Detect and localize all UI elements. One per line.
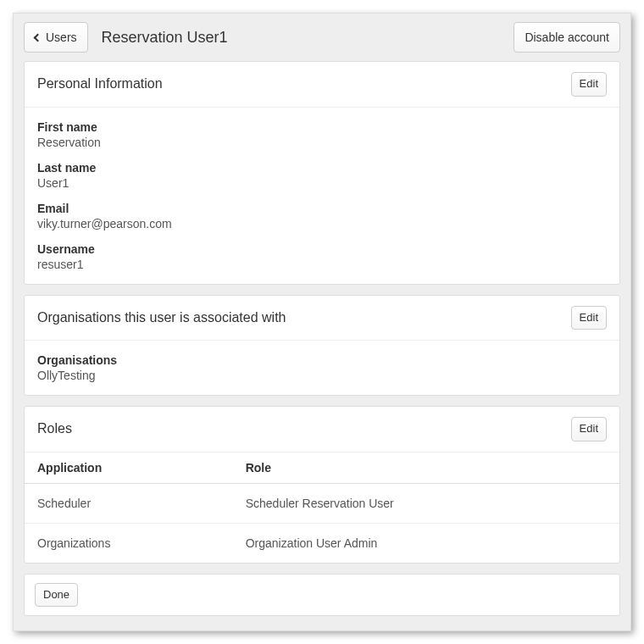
personal-info-title: Personal Information xyxy=(37,76,163,92)
done-button-label: Done xyxy=(43,587,69,603)
organisations-panel: Organisations this user is associated wi… xyxy=(24,295,620,397)
roles-body: Application Role Scheduler Scheduler Res… xyxy=(25,452,619,563)
personal-info-panel: Personal Information Edit First name Res… xyxy=(24,61,620,285)
roles-table: Application Role Scheduler Scheduler Res… xyxy=(25,452,619,563)
back-button[interactable]: Users xyxy=(24,22,88,53)
edit-personal-button[interactable]: Edit xyxy=(571,72,607,97)
last-name-label: Last name xyxy=(37,161,607,175)
email-field: Email viky.turner@pearson.com xyxy=(37,202,607,230)
edit-organisations-button[interactable]: Edit xyxy=(571,306,607,330)
disable-account-label: Disable account xyxy=(525,29,609,46)
roles-header: Roles Edit xyxy=(25,407,619,452)
personal-info-body: First name Reservation Last name User1 E… xyxy=(25,108,619,284)
table-row: Scheduler Scheduler Reservation User xyxy=(25,483,619,523)
role-name: Organization User Admin xyxy=(233,523,619,563)
header-bar: Users Reservation User1 Disable account xyxy=(14,14,630,61)
user-detail-page: Users Reservation User1 Disable account … xyxy=(13,13,631,631)
personal-info-header: Personal Information Edit xyxy=(25,62,619,108)
roles-col-application: Application xyxy=(25,452,233,484)
email-label: Email xyxy=(37,202,607,215)
first-name-value: Reservation xyxy=(37,136,607,149)
username-label: Username xyxy=(37,242,607,256)
page-title: Reservation User1 xyxy=(102,29,228,47)
disable-account-button[interactable]: Disable account xyxy=(514,22,620,53)
organisations-label: Organisations xyxy=(37,353,607,367)
roles-panel: Roles Edit Application Role Scheduler Sc… xyxy=(24,406,620,564)
roles-title: Roles xyxy=(37,421,72,436)
username-field: Username resuser1 xyxy=(37,242,607,271)
organisations-field: Organisations OllyTesting xyxy=(37,353,607,382)
edit-personal-label: Edit xyxy=(580,76,598,92)
role-name: Scheduler Reservation User xyxy=(233,483,619,523)
role-application: Organizations xyxy=(25,523,233,563)
first-name-label: First name xyxy=(37,120,607,134)
last-name-field: Last name User1 xyxy=(37,161,607,190)
edit-organisations-label: Edit xyxy=(580,310,598,326)
table-row: Organizations Organization User Admin xyxy=(25,523,619,563)
roles-col-role: Role xyxy=(233,452,619,484)
email-value: viky.turner@pearson.com xyxy=(37,217,607,230)
header-left: Users Reservation User1 xyxy=(24,22,228,53)
organisations-title: Organisations this user is associated wi… xyxy=(37,310,286,325)
username-value: resuser1 xyxy=(37,258,607,271)
done-button[interactable]: Done xyxy=(35,583,78,608)
organisations-body: Organisations OllyTesting xyxy=(25,341,619,395)
organisations-value: OllyTesting xyxy=(37,369,607,382)
role-application: Scheduler xyxy=(25,483,233,523)
last-name-value: User1 xyxy=(37,176,607,190)
organisations-header: Organisations this user is associated wi… xyxy=(25,296,619,341)
back-button-label: Users xyxy=(46,29,77,46)
edit-roles-label: Edit xyxy=(580,421,598,437)
edit-roles-button[interactable]: Edit xyxy=(571,417,607,441)
chevron-left-icon xyxy=(34,33,42,42)
first-name-field: First name Reservation xyxy=(37,120,607,149)
footer-panel: Done xyxy=(24,574,620,617)
